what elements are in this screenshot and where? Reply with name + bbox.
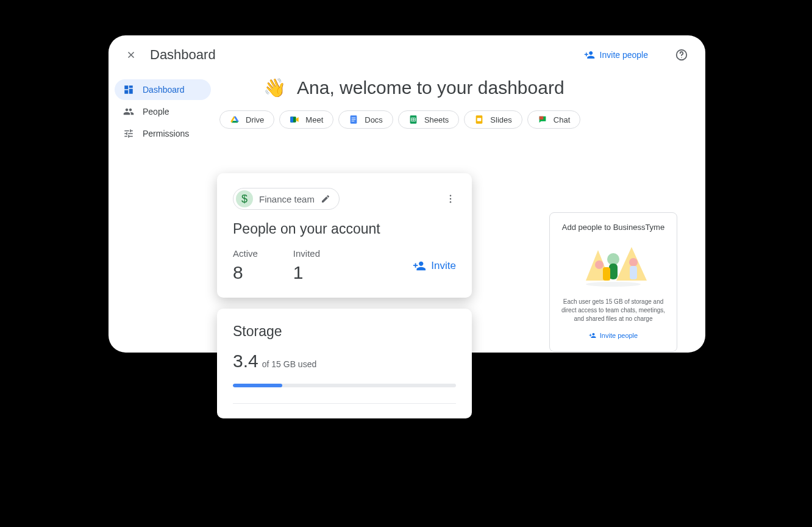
storage-bar: [233, 384, 456, 387]
svg-point-19: [450, 195, 452, 196]
svg-point-15: [595, 260, 604, 269]
promo-illustration: [574, 238, 653, 292]
invite-people-button[interactable]: Invite people: [584, 49, 648, 60]
svg-rect-14: [603, 267, 610, 281]
sheets-icon: [408, 115, 418, 124]
sidebar-item-label: Permissions: [143, 129, 189, 138]
svg-rect-5: [352, 118, 356, 118]
promo-link-label: Invite people: [600, 332, 638, 339]
sidebar-item-label: People: [143, 107, 169, 117]
help-icon[interactable]: [661, 48, 688, 62]
app-label: Slides: [490, 115, 511, 124]
invite-people-label: Invite people: [600, 50, 648, 60]
dollar-icon: $: [236, 190, 253, 207]
invite-button-label: Invite: [431, 260, 456, 272]
app-label: Chat: [554, 115, 570, 124]
svg-rect-17: [630, 266, 637, 279]
app-label: Docs: [365, 115, 383, 124]
svg-rect-6: [352, 119, 356, 120]
app-chip-slides[interactable]: Slides: [464, 110, 522, 129]
sidebar-item-permissions[interactable]: Permissions: [115, 123, 211, 144]
sidebar: Dashboard People Permissions: [109, 74, 217, 353]
topbar: Dashboard Invite people: [109, 35, 705, 74]
active-stat: Active 8: [233, 248, 258, 283]
svg-rect-3: [291, 117, 294, 122]
sidebar-item-label: Dashboard: [143, 85, 185, 95]
meet-icon: [290, 115, 299, 124]
app-chip-sheets[interactable]: Sheets: [398, 110, 459, 129]
dashboard-icon: [123, 84, 134, 95]
promo-invite-link[interactable]: Invite people: [589, 332, 638, 339]
team-name: Finance team: [259, 194, 315, 204]
docs-icon: [349, 115, 358, 124]
app-label: Sheets: [424, 115, 449, 124]
sidebar-item-people[interactable]: People: [115, 101, 211, 122]
svg-rect-7: [352, 121, 355, 121]
team-selector[interactable]: $ Finance team: [233, 188, 340, 210]
svg-point-1: [681, 57, 682, 58]
app-chip-docs[interactable]: Docs: [338, 110, 393, 129]
app-shortcuts: Drive Meet Docs: [219, 110, 678, 129]
promo-description: Each user gets 15 GB of storage and dire…: [557, 298, 669, 323]
invited-stat: Invited 1: [293, 248, 320, 283]
person-add-icon: [589, 332, 596, 339]
sidebar-item-dashboard[interactable]: Dashboard: [115, 79, 211, 100]
storage-used-text: of 15 GB used: [262, 359, 317, 369]
svg-point-16: [629, 258, 638, 267]
welcome-text: Ana, welcome to your dashboard: [297, 77, 564, 98]
welcome-heading: 👋 Ana, welcome to your dashboard: [263, 77, 678, 98]
drive-icon: [230, 115, 240, 124]
person-add-icon: [584, 49, 595, 60]
page-title: Dashboard: [150, 47, 216, 63]
storage-used-value: 3.4: [233, 351, 258, 371]
divider: [233, 403, 456, 404]
app-label: Drive: [246, 115, 264, 124]
person-add-icon: [413, 259, 426, 273]
storage-bar-fill: [233, 384, 282, 387]
app-chip-meet[interactable]: Meet: [279, 110, 333, 129]
svg-rect-13: [609, 264, 618, 279]
active-label: Active: [233, 248, 258, 259]
people-icon: [123, 106, 134, 117]
more-icon[interactable]: [445, 193, 456, 204]
storage-card: Storage 3.4 of 15 GB used: [217, 309, 472, 418]
storage-usage: 3.4 of 15 GB used: [233, 351, 456, 371]
promo-title: Add people to BusinessTyme: [557, 223, 669, 232]
invited-count: 1: [293, 262, 320, 283]
people-card-title: People on your account: [233, 221, 456, 237]
people-card: $ Finance team People on your account Ac…: [217, 173, 472, 298]
pencil-icon: [321, 194, 330, 204]
slides-icon: [474, 115, 484, 124]
active-count: 8: [233, 262, 258, 283]
wave-icon: 👋: [263, 77, 286, 98]
tune-icon: [123, 128, 134, 139]
app-chip-drive[interactable]: Drive: [219, 110, 274, 129]
close-icon[interactable]: [126, 49, 137, 60]
app-chip-chat[interactable]: Chat: [527, 110, 580, 129]
promo-card: Add people to BusinessTyme Each user get…: [549, 212, 677, 352]
invite-button[interactable]: Invite: [413, 259, 456, 273]
svg-point-20: [450, 198, 452, 200]
invited-label: Invited: [293, 248, 320, 259]
app-label: Meet: [305, 115, 323, 124]
svg-rect-10: [477, 118, 482, 121]
svg-point-18: [586, 282, 641, 287]
storage-card-title: Storage: [233, 323, 456, 340]
svg-point-21: [450, 201, 452, 203]
chat-icon: [538, 115, 547, 124]
